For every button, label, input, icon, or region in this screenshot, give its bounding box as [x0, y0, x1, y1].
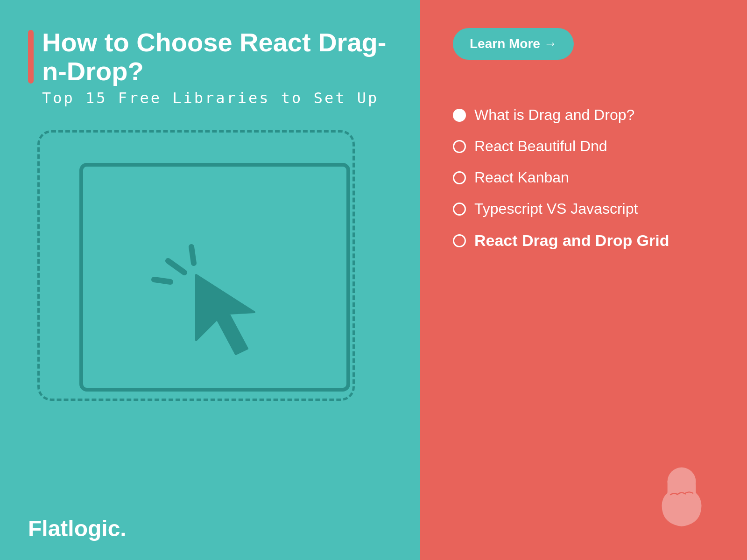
nav-item-react-kanban[interactable]: React Kanban — [453, 169, 724, 186]
brand-logo: Flatlogic. — [28, 506, 392, 541]
hand-icon-wrapper — [644, 455, 719, 532]
learn-more-button[interactable]: Learn More → — [453, 28, 574, 60]
drag-drop-illustration — [28, 126, 392, 506]
left-panel: How to Choose React Drag-n-Drop? Top 15 … — [0, 0, 420, 560]
svg-line-0 — [168, 261, 184, 273]
nav-item-react-beautiful-dnd[interactable]: React Beautiful Dnd — [453, 138, 724, 155]
red-accent-bar — [28, 30, 34, 84]
nav-label-typescript-vs-js: Typescript VS Javascript — [474, 200, 638, 217]
nav-dot-react-kanban — [453, 171, 466, 184]
nav-item-react-dnd-grid[interactable]: React Drag and Drop Grid — [453, 231, 724, 250]
nav-dot-what-is-dnd — [453, 109, 466, 122]
nav-label-react-dnd-grid: React Drag and Drop Grid — [474, 231, 669, 250]
svg-line-1 — [191, 247, 194, 263]
main-title: How to Choose React Drag-n-Drop? — [42, 28, 392, 85]
right-panel: Learn More → What is Drag and Drop?React… — [420, 0, 747, 560]
nav-label-react-beautiful-dnd: React Beautiful Dnd — [474, 138, 607, 155]
nav-label-react-kanban: React Kanban — [474, 169, 569, 186]
nav-dot-typescript-vs-js — [453, 203, 466, 216]
svg-marker-3 — [196, 275, 254, 354]
nav-list: What is Drag and Drop?React Beautiful Dn… — [453, 106, 724, 250]
cursor-icon — [140, 219, 289, 370]
nav-dot-react-beautiful-dnd — [453, 140, 466, 153]
title-block: How to Choose React Drag-n-Drop? Top 15 … — [42, 28, 392, 107]
hand-icon — [644, 455, 719, 530]
nav-label-what-is-dnd: What is Drag and Drop? — [474, 106, 634, 124]
header-block: How to Choose React Drag-n-Drop? Top 15 … — [28, 28, 392, 107]
nav-item-what-is-dnd[interactable]: What is Drag and Drop? — [453, 106, 724, 124]
nav-item-typescript-vs-js[interactable]: Typescript VS Javascript — [453, 200, 724, 217]
svg-line-2 — [154, 280, 170, 282]
nav-dot-react-dnd-grid — [453, 234, 466, 247]
sub-title: Top 15 Free Libraries to Set Up — [42, 89, 392, 107]
